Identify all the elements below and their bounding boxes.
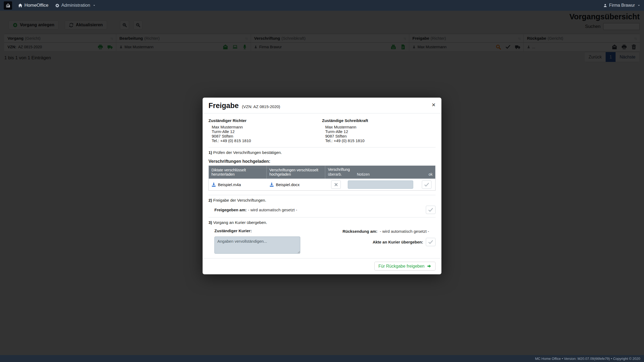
gear-icon xyxy=(55,3,59,8)
richter-heading: Zuständiger Richter xyxy=(208,118,322,123)
check-icon xyxy=(428,207,433,213)
nav-administration[interactable]: Administration xyxy=(55,3,96,8)
doc-filename: Beispiel.docx xyxy=(276,182,299,187)
notizen-input[interactable] xyxy=(348,180,413,189)
richter-phone: Tel.: +49 (0) 815 1810 xyxy=(212,138,322,143)
richter-street: Turm-Alle 12 xyxy=(212,129,322,134)
col-notizen: Notizen xyxy=(357,172,423,176)
freigegeben-am-value: - wird automatisch gesetzt - xyxy=(248,208,297,212)
col-uberarb: überarb. xyxy=(328,172,357,176)
x-icon xyxy=(334,182,338,187)
app-logo[interactable] xyxy=(4,1,12,10)
modal-footer: Für Rückgabe freigeben xyxy=(203,258,441,274)
col-diktate: Diktate verschlüsselt herunterladen xyxy=(209,166,267,179)
home-icon xyxy=(18,3,23,8)
user-menu-label: Firma Brawur xyxy=(609,3,635,8)
check-icon xyxy=(424,182,429,187)
download-icon xyxy=(211,182,216,187)
step1-text: 1) Prüfen der Verschriftungen bestätigen… xyxy=(208,150,436,155)
ueberarbeiten-button[interactable] xyxy=(331,180,341,189)
kurier-textarea[interactable] xyxy=(214,237,300,254)
modal-title: Freigabe xyxy=(208,102,239,110)
status-bar: MC Home Office • Version: M20.07.09(66fe… xyxy=(0,355,644,362)
house-laptop-icon xyxy=(5,3,11,8)
rueckgabe-freigeben-label: Für Rückgabe freigeben xyxy=(378,264,425,269)
modal-subtitle: (VZN: AZ 0815-2020) xyxy=(242,104,280,109)
schreibkraft-heading: Zuständige Schreibkraft xyxy=(322,118,436,123)
richter-city: 9087 Stiften xyxy=(212,134,322,138)
schreibkraft-city: 9087 Stiften xyxy=(325,134,436,138)
check-icon xyxy=(428,239,433,245)
caret-down-icon xyxy=(638,4,640,7)
user-menu[interactable]: Firma Brawur xyxy=(603,3,640,8)
nav-homeoffice-label: HomeOffice xyxy=(24,3,48,8)
nav-homeoffice[interactable]: HomeOffice xyxy=(18,3,48,8)
ruecksendung-value: - wird automatisch gesetzt - xyxy=(380,229,429,234)
download-icon xyxy=(269,182,274,187)
nav-administration-label: Administration xyxy=(61,3,90,8)
col-ok: ok xyxy=(423,172,433,176)
col-verschriftungen: Verschriftungen verschlüsselt hochgelade… xyxy=(267,166,325,179)
schreibkraft-address: Zuständige Schreibkraft Max Mustermann T… xyxy=(322,117,436,143)
schreibkraft-street: Turm-Alle 12 xyxy=(325,129,436,134)
step1-number: 1) xyxy=(208,150,212,155)
audio-filename: Beispiel.m4a xyxy=(218,182,241,187)
uploads-table-header: Diktate verschlüsselt herunterladen Vers… xyxy=(209,166,435,179)
person-icon xyxy=(603,3,607,8)
step3-number: 3) xyxy=(208,220,212,225)
download-doc-link[interactable]: Beispiel.docx xyxy=(269,182,299,187)
rueckgabe-freigeben-button[interactable]: Für Rückgabe freigeben xyxy=(374,262,436,271)
akte-label: Akte an Kurier übergeben: xyxy=(373,240,423,244)
version-text: MC Home Office • Version: M20.07.09(66fe… xyxy=(535,357,640,361)
uploads-table-label: Verschriftungen hochgeladen: xyxy=(208,159,436,164)
caret-down-icon xyxy=(93,4,96,7)
download-audio-link[interactable]: Beispiel.m4a xyxy=(211,182,241,187)
richter-name: Max Mustermann xyxy=(212,125,322,129)
uploads-table-row: Beispiel.m4a Beispiel.docx xyxy=(209,179,435,190)
schreibkraft-phone: Tel.: +49 (0) 815 1810 xyxy=(325,138,436,143)
freigegeben-am-label: Freigegeben am: xyxy=(214,208,247,212)
top-navbar: HomeOffice Administration Firma Brawur xyxy=(0,0,644,11)
step2-text: 2) Freigabe der Verschriftungen. xyxy=(208,198,436,202)
close-icon[interactable]: × xyxy=(432,102,436,108)
kurier-label: Zuständiger Kurier: xyxy=(214,228,307,233)
col-verschriftung-group: Verschriftung xyxy=(328,167,433,172)
akte-uebergeben-button[interactable] xyxy=(426,238,436,246)
freigabe-modal: Freigabe (VZN: AZ 0815-2020) × Zuständig… xyxy=(203,98,441,274)
schreibkraft-name: Max Mustermann xyxy=(325,125,436,129)
richter-address: Zuständiger Richter Max Mustermann Turm-… xyxy=(208,117,322,143)
freigabe-ok-button[interactable] xyxy=(426,206,436,214)
arrow-right-icon xyxy=(427,264,431,268)
step2-number: 2) xyxy=(208,198,212,202)
ruecksendung-label: Rücksendung am: xyxy=(342,229,377,234)
step3-text: 3) Vorgang an Kurier übergeben. xyxy=(208,220,436,225)
modal-header: Freigabe (VZN: AZ 0815-2020) × xyxy=(203,98,441,113)
uploads-table: Diktate verschlüsselt herunterladen Vers… xyxy=(208,165,436,191)
verschriftung-ok-button[interactable] xyxy=(422,180,431,189)
